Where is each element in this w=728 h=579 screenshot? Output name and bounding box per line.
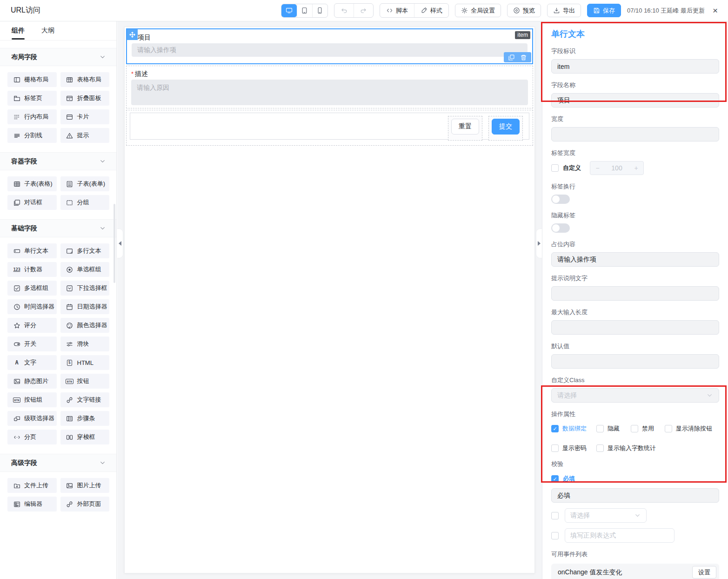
component-item-buttons[interactable]: BTN按钮组: [7, 392, 57, 407]
component-item-image[interactable]: 静态图片: [7, 374, 57, 389]
hide-label-toggle[interactable]: [551, 223, 570, 233]
canvas-text-input[interactable]: 请输入操作项: [132, 43, 528, 57]
save-button[interactable]: 保存: [587, 4, 621, 17]
label-wrap-toggle[interactable]: [551, 195, 570, 204]
component-item-subtable[interactable]: 子表(表格): [7, 176, 57, 191]
component-item-checkbox[interactable]: 多选框组: [7, 281, 57, 296]
component-item-date[interactable]: 日期选择器: [60, 299, 110, 314]
option-checkbox[interactable]: [551, 444, 559, 452]
device-phone-button[interactable]: [312, 4, 327, 17]
sidebar-scrollbar[interactable]: [114, 204, 115, 283]
device-desktop-button[interactable]: [281, 4, 297, 17]
component-item-pagination[interactable]: 分页: [7, 430, 57, 444]
stepper-value[interactable]: 100: [605, 164, 629, 172]
component-item-link[interactable]: 文字链接: [60, 392, 110, 407]
component-item-radio[interactable]: 单选框组: [60, 262, 110, 277]
option-checkbox[interactable]: [631, 425, 638, 432]
option-checkbox[interactable]: ✓: [551, 425, 559, 432]
canvas-textarea[interactable]: 请输入原因: [131, 80, 528, 105]
component-item-card[interactable]: 卡片: [60, 109, 110, 124]
script-button[interactable]: 脚本: [380, 4, 414, 17]
copy-icon[interactable]: [508, 54, 515, 61]
component-item-switch[interactable]: 开关: [7, 337, 57, 351]
option-checkbox[interactable]: [596, 444, 604, 452]
field-desc[interactable]: *描述 请输入原因: [126, 66, 533, 108]
section-header[interactable]: 布局字段: [0, 48, 116, 66]
component-item-text[interactable]: A文字: [7, 355, 57, 370]
form-actions-container[interactable]: 重置 提交: [126, 110, 533, 146]
component-item-divider[interactable]: 分割线: [7, 128, 57, 143]
device-tablet-button[interactable]: [297, 4, 312, 17]
component-item-editor[interactable]: 编辑器: [7, 497, 57, 512]
required-checkbox[interactable]: ✓: [551, 475, 559, 483]
option-checkbox[interactable]: [596, 425, 604, 432]
behavior-option[interactable]: 显示输入字数统计: [596, 444, 719, 452]
component-item-time[interactable]: 时间选择器: [7, 299, 57, 314]
stepper-plus-button[interactable]: +: [629, 164, 643, 172]
default-value-input[interactable]: [551, 354, 719, 369]
reset-button[interactable]: 重置: [451, 119, 479, 135]
field-name-input[interactable]: 项目: [551, 93, 719, 108]
component-item-steps[interactable]: 步骤条: [60, 411, 110, 426]
close-button[interactable]: ×: [711, 6, 720, 15]
component-item-button[interactable]: BTN按钮: [60, 374, 110, 389]
regex-checkbox[interactable]: [551, 532, 559, 539]
required-message-input[interactable]: 必填: [551, 488, 719, 503]
behavior-option[interactable]: 禁用: [631, 424, 665, 433]
component-item-collapse[interactable]: 折叠面板: [60, 91, 110, 106]
option-checkbox[interactable]: [665, 425, 672, 432]
behavior-option[interactable]: 显示密码: [551, 444, 596, 452]
behavior-option[interactable]: 显示清除按钮: [665, 424, 719, 433]
validation-type-select[interactable]: 请选择: [565, 508, 647, 523]
component-item-table[interactable]: 表格布局: [60, 72, 110, 87]
stepper-minus-button[interactable]: −: [590, 164, 605, 172]
regex-input[interactable]: 填写正则表达式: [565, 528, 675, 543]
undo-button[interactable]: [334, 4, 354, 17]
reset-button-wrapper[interactable]: 重置: [448, 116, 482, 141]
collapse-left-panel-handle[interactable]: [117, 229, 123, 258]
custom-class-select[interactable]: 请选择: [551, 388, 719, 403]
drag-handle[interactable]: [127, 29, 138, 40]
component-item-rate[interactable]: 评分: [7, 318, 57, 333]
tip-text-input[interactable]: [551, 286, 719, 301]
selected-field-item[interactable]: 项目 item 请输入操作项: [126, 28, 533, 64]
component-item-imageupload[interactable]: 图片上传: [60, 478, 110, 493]
max-length-input[interactable]: [551, 320, 719, 335]
section-header[interactable]: 高级字段: [0, 454, 116, 472]
component-item-subform[interactable]: 子表(表单): [60, 176, 110, 191]
section-header[interactable]: 基础字段: [0, 219, 116, 237]
component-item-inline[interactable]: 行内布局: [7, 109, 57, 124]
section-header[interactable]: 容器字段: [0, 152, 116, 170]
behavior-option[interactable]: ✓数据绑定: [551, 424, 596, 433]
component-item-grid[interactable]: 栅格布局: [7, 72, 57, 87]
validation-type-checkbox[interactable]: [551, 512, 559, 519]
trash-icon[interactable]: [520, 54, 527, 61]
component-item-counter[interactable]: 123计数器: [7, 262, 57, 277]
collapse-right-panel-handle[interactable]: [536, 229, 542, 258]
component-item-textarea[interactable]: 多行文本: [60, 243, 110, 258]
component-item-tabs[interactable]: 标签页: [7, 91, 57, 106]
style-button[interactable]: 样式: [414, 4, 448, 17]
global-settings-button[interactable]: 全局设置: [455, 4, 501, 17]
tab-components[interactable]: 组件: [12, 22, 25, 40]
component-item-group[interactable]: 分组: [60, 195, 110, 210]
submit-button-wrapper[interactable]: 提交: [488, 116, 523, 141]
component-item-transfer[interactable]: 穿梭框: [60, 430, 110, 444]
custom-label-width-checkbox[interactable]: [551, 164, 559, 172]
component-item-input[interactable]: 单行文本: [7, 243, 57, 258]
redo-button[interactable]: [354, 4, 373, 17]
placeholder-input[interactable]: 请输入操作项: [551, 252, 719, 267]
tab-outline[interactable]: 大纲: [41, 22, 54, 40]
export-button[interactable]: 导出: [547, 4, 581, 17]
component-item-slider[interactable]: 滑块: [60, 337, 110, 351]
event-settings-button[interactable]: 设置: [692, 566, 716, 579]
component-item-dialog[interactable]: 对话框: [7, 195, 57, 210]
preview-button[interactable]: 预览: [507, 4, 541, 17]
field-id-input[interactable]: item: [551, 59, 719, 74]
component-item-external[interactable]: 外部页面: [60, 497, 110, 512]
component-item-alert[interactable]: 提示: [60, 128, 110, 143]
behavior-option[interactable]: 隐藏: [596, 424, 631, 433]
component-item-html[interactable]: 5HTML: [60, 355, 110, 370]
width-input[interactable]: [551, 127, 719, 141]
component-item-upload[interactable]: 文件上传: [7, 478, 57, 493]
